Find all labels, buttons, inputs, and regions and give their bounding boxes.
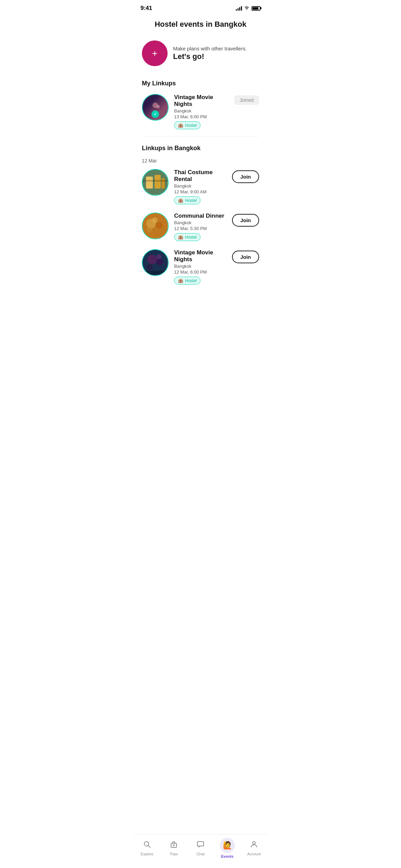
plus-icon: +: [152, 49, 157, 58]
svg-point-17: [157, 254, 161, 259]
event-card-vintage-movie-1[interactable]: ✓ Vintage Movie Nights Bangkok 13 Mar, 6…: [134, 90, 267, 133]
checkmark-badge: ✓: [151, 110, 159, 118]
hostel-badge: 🏨 Hostel: [174, 121, 200, 129]
create-title: Let's go!: [173, 52, 247, 61]
event-card-thai-costume[interactable]: Thai Costume Rental Bangkok 12 Mar, 9:00…: [134, 165, 267, 208]
battery-icon: [252, 6, 260, 11]
event-name: Vintage Movie Nights: [174, 94, 229, 108]
hostel-badge-thai-costume: 🏨 Hostel: [174, 196, 200, 204]
status-bar: 9:41: [134, 0, 267, 14]
linkups-bangkok-header: Linkups in Bangkok: [134, 139, 267, 155]
svg-point-2: [156, 105, 160, 108]
communal-dinner-placeholder: [143, 213, 168, 238]
event-image-vintage-movie-1: ✓: [142, 94, 169, 121]
event-image-thai-costume: [142, 169, 169, 196]
event-location-communal-dinner: Bangkok: [174, 220, 227, 225]
event-card-vintage-movie-2[interactable]: Vintage Movie Nights Bangkok 12 Mar, 6:0…: [134, 245, 267, 289]
svg-point-15: [156, 258, 163, 265]
svg-rect-6: [161, 178, 165, 189]
svg-point-11: [152, 217, 158, 223]
event-datetime: 13 Mar, 6:00 PM: [174, 114, 229, 119]
date-label-12mar: 12 Mar: [134, 155, 267, 165]
event-action-vintage-movie-2[interactable]: Join: [232, 249, 259, 263]
signal-icon: [236, 6, 242, 11]
svg-point-12: [147, 227, 152, 232]
event-details-thai-costume: Thai Costume Rental Bangkok 12 Mar, 9:00…: [174, 169, 227, 204]
svg-rect-4: [146, 177, 153, 189]
joined-badge: Joined: [234, 95, 259, 105]
event-location-thai-costume: Bangkok: [174, 183, 227, 189]
create-subtitle: Make plans with other travellers.: [173, 46, 247, 51]
status-icons: [236, 5, 260, 11]
event-name-communal-dinner: Communal Dinner: [174, 213, 227, 219]
svg-point-14: [147, 255, 157, 264]
hostel-icon: 🏨: [178, 123, 183, 128]
event-details-vintage-movie-1: Vintage Movie Nights Bangkok 13 Mar, 6:0…: [174, 94, 229, 129]
create-text: Make plans with other travellers. Let's …: [173, 46, 247, 61]
section-divider-1: [142, 136, 259, 136]
event-action-communal-dinner[interactable]: Join: [232, 213, 259, 227]
create-linkup-button[interactable]: +: [142, 40, 168, 66]
event-action-joined: Joined: [234, 94, 259, 105]
event-details-communal-dinner: Communal Dinner Bangkok 12 Mar, 5:30 PM …: [174, 213, 227, 241]
event-image-vintage-movie-2: [142, 249, 169, 276]
create-banner: + Make plans with other travellers. Let'…: [134, 35, 267, 72]
join-button-communal-dinner[interactable]: Join: [232, 214, 259, 227]
wifi-icon: [244, 5, 250, 11]
event-location-vintage-movie-2: Bangkok: [174, 264, 227, 269]
page-title: Hostel events in Bangkok: [134, 14, 267, 32]
hostel-icon: 🏨: [178, 278, 183, 283]
event-datetime-vintage-movie-2: 12 Mar, 6:00 PM: [174, 269, 227, 275]
my-linkups-header: My Linkups: [134, 74, 267, 90]
status-time: 9:41: [141, 5, 152, 12]
event-action-thai-costume[interactable]: Join: [232, 169, 259, 183]
join-button-vintage-movie-2[interactable]: Join: [232, 251, 259, 263]
svg-rect-7: [143, 180, 168, 182]
hostel-badge-vintage-movie-2: 🏨 Hostel: [174, 277, 200, 285]
svg-rect-18: [143, 270, 168, 275]
event-name-vintage-movie-2: Vintage Movie Nights: [174, 249, 227, 263]
svg-point-16: [146, 264, 153, 270]
event-details-vintage-movie-2: Vintage Movie Nights Bangkok 12 Mar, 6:0…: [174, 249, 227, 285]
join-button-thai-costume[interactable]: Join: [232, 170, 259, 183]
hostel-icon: 🏨: [178, 198, 183, 203]
vintage2-placeholder: [143, 250, 168, 275]
event-datetime-communal-dinner: 12 Mar, 5:30 PM: [174, 226, 227, 231]
event-card-communal-dinner[interactable]: Communal Dinner Bangkok 12 Mar, 5:30 PM …: [134, 208, 267, 245]
event-datetime-thai-costume: 12 Mar, 9:00 AM: [174, 189, 227, 194]
thai-costume-placeholder: [143, 170, 168, 195]
event-name-thai-costume: Thai Costume Rental: [174, 169, 227, 183]
event-image-communal-dinner: [142, 213, 169, 239]
hostel-icon: 🏨: [178, 234, 183, 240]
hostel-badge-communal-dinner: 🏨 Hostel: [174, 233, 200, 241]
event-location: Bangkok: [174, 108, 229, 113]
svg-point-10: [156, 222, 162, 229]
